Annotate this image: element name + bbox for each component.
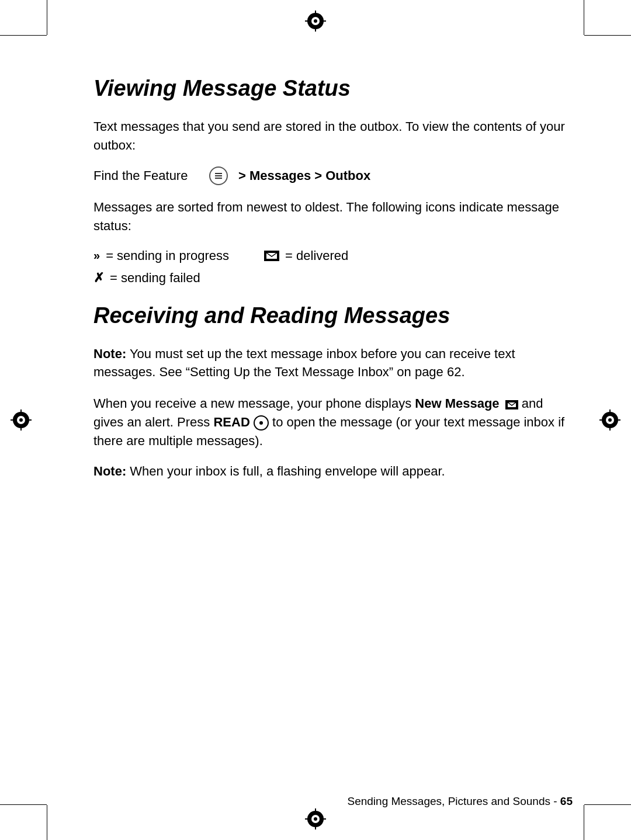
corner-mark-tl-v xyxy=(47,0,47,35)
para1-start: When you receive a new message, your pho… xyxy=(93,396,415,411)
page: Viewing Message Status Text messages tha… xyxy=(0,0,631,840)
corner-mark-tr-h xyxy=(584,35,631,36)
read-label: READ xyxy=(213,415,249,429)
new-message-label: New Message xyxy=(415,396,499,411)
new-message-envelope-icon xyxy=(505,400,518,409)
circle-btn-dot xyxy=(259,421,263,425)
icon-item-failed: ✗ = sending failed xyxy=(93,270,200,286)
main-content: Viewing Message Status Text messages tha… xyxy=(93,76,573,770)
svg-point-23 xyxy=(314,817,317,821)
crosshair-top xyxy=(305,11,326,32)
icons-section: » = sending in progress = delivered ✗ xyxy=(93,248,573,286)
svg-point-9 xyxy=(19,418,23,422)
failed-label: = sending failed xyxy=(110,270,200,286)
page-number: 65 xyxy=(560,795,573,807)
corner-mark-tl-h xyxy=(0,35,47,36)
footer: Sending Messages, Pictures and Sounds - … xyxy=(347,795,573,808)
sending-label: = sending in progress xyxy=(106,248,229,263)
section2-para1: When you receive a new message, your pho… xyxy=(93,394,573,450)
nav-path: > Messages > Outbox xyxy=(238,168,370,183)
menu-icon xyxy=(209,166,228,185)
section1-body: Messages are sorted from newest to oldes… xyxy=(93,198,573,235)
delivered-label: = delivered xyxy=(285,248,348,263)
menu-line-1 xyxy=(215,173,222,174)
corner-mark-br-v xyxy=(584,805,584,840)
arrows-icon: » xyxy=(93,249,100,262)
section2-note2: Note: When your inbox is full, a flashin… xyxy=(93,462,573,481)
menu-line-3 xyxy=(215,178,222,179)
section1-title: Viewing Message Status xyxy=(93,76,573,101)
menu-lines xyxy=(215,173,222,179)
section1-intro: Text messages that you send are stored i… xyxy=(93,117,573,155)
note1-bold: Note: xyxy=(93,346,126,361)
icons-row-2: ✗ = sending failed xyxy=(93,270,573,286)
crosshair-bottom xyxy=(305,808,326,829)
icons-row-1: » = sending in progress = delivered xyxy=(93,248,573,263)
crosshair-right xyxy=(599,409,620,431)
feature-label: Find the Feature xyxy=(93,168,199,183)
x-icon: ✗ xyxy=(93,270,104,286)
svg-point-16 xyxy=(608,418,612,422)
note1-text: You must set up the text message inbox b… xyxy=(93,346,515,380)
icon-item-sending: » = sending in progress xyxy=(93,248,229,263)
corner-mark-bl-v xyxy=(47,805,47,840)
footer-text: Sending Messages, Pictures and Sounds - xyxy=(347,795,560,807)
note2-text: When your inbox is full, a flashing enve… xyxy=(126,464,445,478)
section2-note1: Note: You must set up the text message i… xyxy=(93,345,573,382)
crosshair-left xyxy=(11,409,32,431)
corner-mark-bl-h xyxy=(0,804,47,805)
read-circle-icon xyxy=(254,415,269,431)
svg-point-2 xyxy=(314,19,317,23)
delivered-envelope-icon xyxy=(264,251,279,261)
icon-item-delivered: = delivered xyxy=(264,248,348,263)
section2-title: Receiving and Reading Messages xyxy=(93,303,573,328)
note2-bold: Note: xyxy=(93,464,126,478)
corner-mark-tr-v xyxy=(584,0,584,35)
corner-mark-br-h xyxy=(584,804,631,805)
menu-line-2 xyxy=(215,175,222,176)
feature-row: Find the Feature > Messages > Outbox xyxy=(93,166,573,185)
